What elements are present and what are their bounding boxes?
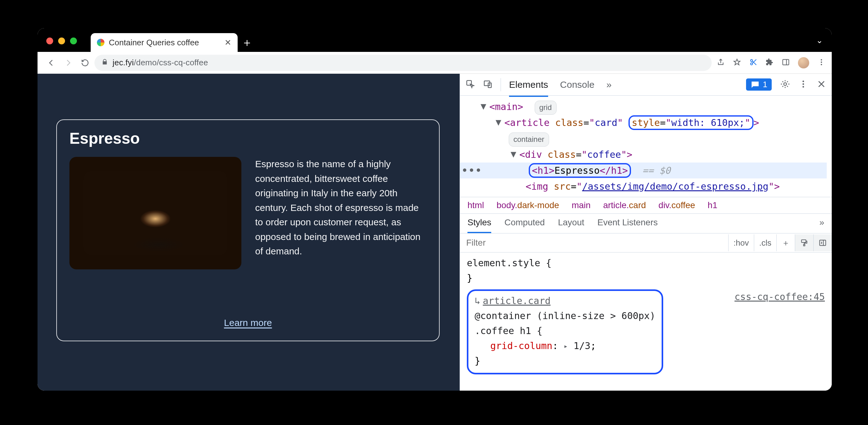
inspect-icon[interactable] [466, 79, 475, 90]
svg-point-11 [803, 83, 804, 85]
share-icon[interactable] [717, 58, 725, 67]
page-content: Espresso Espresso is the name of a highl… [37, 74, 460, 391]
rule-source-link[interactable]: css-cq-coffee:45 [735, 289, 825, 304]
close-window-button[interactable] [46, 37, 53, 44]
issues-button[interactable]: 1 [746, 78, 772, 91]
tabs-overflow-icon[interactable]: » [606, 79, 612, 90]
coffee-card: Espresso Espresso is the name of a highl… [56, 119, 440, 341]
crumb-div[interactable]: div.coffee [658, 200, 695, 210]
grid-badge[interactable]: grid [535, 101, 557, 115]
h1-node-highlight: <h1>Espresso</h1> [529, 163, 631, 178]
dom-tree[interactable]: ▼<main> grid ▼<article class="card" styl… [460, 96, 832, 197]
row-actions-icon[interactable]: ••• [462, 163, 483, 178]
tab-overflow-button[interactable]: ⌄ [816, 36, 823, 45]
svg-point-12 [803, 86, 804, 88]
tab-console[interactable]: Console [560, 79, 594, 90]
subtab-layout[interactable]: Layout [558, 218, 584, 233]
crumb-main[interactable]: main [571, 200, 591, 210]
container-badge[interactable]: container [509, 132, 549, 146]
tab-favicon [97, 39, 104, 46]
crumb-body[interactable]: body.dark-mode [497, 200, 559, 210]
settings-icon[interactable] [780, 79, 790, 90]
styles-rules[interactable]: element.style { } css-cq-coffee:45 ↳arti… [460, 253, 832, 381]
browser-tab[interactable]: Container Queries coffee ✕ [91, 33, 238, 52]
element-style-block[interactable]: element.style { } [467, 256, 825, 286]
scissors-icon[interactable] [749, 58, 757, 67]
card-description: Espresso is the name of a highly concent… [255, 157, 427, 309]
svg-point-10 [803, 80, 804, 82]
close-tab-button[interactable]: ✕ [224, 38, 231, 46]
svg-rect-15 [819, 240, 826, 245]
crumb-html[interactable]: html [467, 200, 484, 210]
svg-point-1 [750, 63, 753, 65]
profile-avatar[interactable] [798, 57, 809, 68]
maximize-window-button[interactable] [70, 37, 77, 44]
forward-button[interactable] [61, 55, 76, 70]
paint-icon[interactable] [795, 234, 813, 251]
subtab-events[interactable]: Event Listeners [597, 218, 658, 233]
dom-breadcrumb[interactable]: html body.dark-mode main article.card di… [460, 197, 832, 214]
crumb-h1[interactable]: h1 [708, 200, 717, 210]
styles-tabs: Styles Computed Layout Event Listeners » [460, 214, 832, 233]
svg-point-5 [821, 64, 822, 65]
devtools-toolbar: Elements Console » 1 [460, 74, 832, 96]
menu-icon[interactable] [817, 58, 826, 67]
browser-window: Container Queries coffee ✕ ＋ ⌄ jec.fyi/d… [37, 28, 832, 391]
svg-point-9 [784, 83, 787, 85]
minimize-window-button[interactable] [58, 37, 65, 44]
devtools-panel: Elements Console » 1 [460, 74, 832, 391]
card-title: Espresso [69, 129, 427, 148]
container-link[interactable]: article.card [483, 295, 551, 306]
tab-elements[interactable]: Elements [509, 79, 548, 97]
crumb-article[interactable]: article.card [603, 200, 646, 210]
tab-title: Container Queries coffee [109, 38, 220, 47]
address-bar[interactable]: jec.fyi/demo/css-cq-coffee [94, 55, 712, 71]
coffee-image [69, 157, 241, 269]
subtabs-overflow-icon[interactable]: » [819, 218, 824, 233]
side-panel-icon[interactable] [782, 58, 790, 67]
issues-count: 1 [763, 80, 767, 89]
computed-toggle-icon[interactable] [813, 234, 832, 251]
subtab-computed[interactable]: Computed [504, 218, 545, 233]
styles-filter-input[interactable] [460, 233, 728, 252]
rule-highlight: ↳article.card @container (inline-size > … [467, 289, 663, 374]
hov-toggle[interactable]: :hov [728, 234, 754, 251]
style-attr-highlight: style="width: 610px;" [628, 115, 753, 130]
window-controls [46, 37, 77, 44]
devtools-menu-icon[interactable] [799, 79, 808, 90]
close-devtools-icon[interactable] [817, 79, 826, 90]
subtab-styles[interactable]: Styles [467, 218, 491, 233]
toolbar-actions [714, 57, 826, 68]
new-rule-button[interactable]: ＋ [776, 234, 795, 251]
selected-dom-node[interactable]: ••• <h1>Espresso</h1> == $0 [460, 163, 827, 178]
svg-rect-13 [801, 240, 806, 242]
reload-button[interactable] [78, 55, 93, 70]
cls-toggle[interactable]: .cls [754, 234, 776, 251]
new-tab-button[interactable]: ＋ [238, 33, 256, 52]
learn-more-link[interactable]: Learn more [69, 318, 427, 328]
svg-rect-2 [783, 59, 789, 65]
device-toggle-icon[interactable] [483, 79, 493, 90]
url-text: jec.fyi/demo/css-cq-coffee [113, 58, 208, 67]
bookmark-icon[interactable] [733, 58, 741, 67]
extensions-icon[interactable] [766, 58, 774, 67]
lock-icon [101, 58, 108, 67]
selected-indicator: == $0 [642, 165, 671, 176]
tab-strip: Container Queries coffee ✕ ＋ ⌄ [37, 28, 832, 52]
svg-point-3 [821, 59, 822, 60]
back-button[interactable] [44, 55, 59, 70]
container-rule-block[interactable]: css-cq-coffee:45 ↳article.card @containe… [467, 289, 825, 374]
svg-rect-14 [804, 244, 805, 246]
styles-filter-bar: :hov .cls ＋ [460, 233, 832, 253]
toolbar: jec.fyi/demo/css-cq-coffee [37, 52, 832, 74]
svg-point-4 [821, 61, 822, 63]
svg-point-0 [750, 59, 753, 62]
